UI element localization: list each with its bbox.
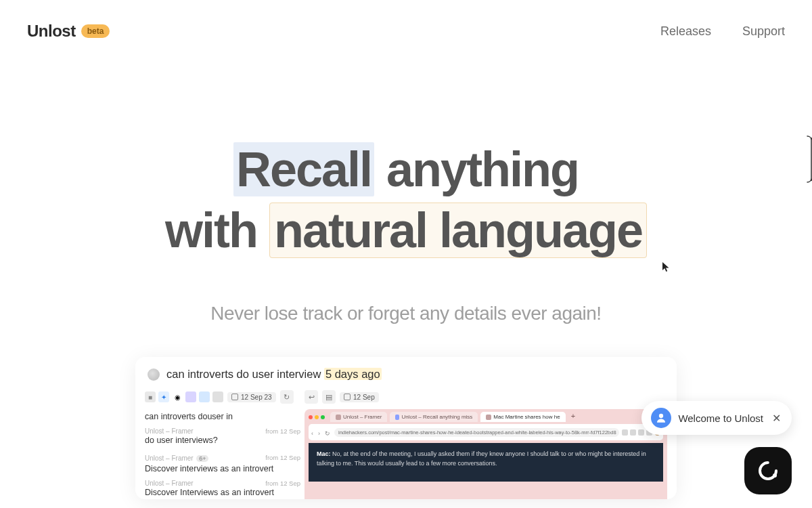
result-source: Unlost – Framer bbox=[145, 480, 194, 487]
app-icon-3[interactable] bbox=[212, 391, 223, 402]
chrome-icon[interactable]: ◉ bbox=[172, 391, 183, 402]
hero-line-1: Recall anything bbox=[0, 139, 812, 200]
svg-point-2 bbox=[773, 473, 777, 478]
hero-word-with: with bbox=[165, 203, 269, 257]
video-icon[interactable]: ■ bbox=[145, 391, 156, 402]
nav-releases[interactable]: Releases bbox=[660, 24, 711, 39]
demo-screenshot: can introverts do user interview 5 days … bbox=[135, 357, 677, 499]
search-query: can introverts do user interview 5 days … bbox=[166, 368, 382, 381]
preview-panel: ↩ ▤ 12 Sep Unlost – Framer Unlost – Reca… bbox=[304, 387, 667, 499]
refresh-button[interactable]: ↻ bbox=[280, 390, 294, 404]
result-item[interactable]: Unlost – Framer from 12 Sep Discover Int… bbox=[145, 478, 300, 499]
nav-support[interactable]: Support bbox=[742, 24, 785, 39]
calendar-icon bbox=[344, 394, 351, 400]
result-date: from 12 Sep bbox=[265, 427, 300, 435]
tab-label: Mac Martine shares how he bbox=[493, 414, 560, 420]
new-tab-button[interactable]: + bbox=[568, 412, 578, 422]
results-panel: ■ ✦ ◉ 12 Sep 23 ↻ can introverts douser … bbox=[145, 387, 300, 499]
result-title: do user interviews? bbox=[145, 436, 300, 445]
hero-word-natural-language: natural language bbox=[269, 203, 647, 258]
browser-tab-strip: Unlost – Framer Unlost – Recall anything… bbox=[309, 412, 663, 424]
calendar-icon bbox=[231, 394, 238, 400]
page-body-text: No, at the end of the meeting, I usually… bbox=[317, 450, 646, 467]
left-toolbar: ■ ✦ ◉ 12 Sep 23 ↻ bbox=[145, 387, 300, 409]
result-item[interactable]: can introverts douser in bbox=[145, 409, 300, 425]
nav-links: Releases Support bbox=[660, 24, 785, 39]
save-button[interactable]: ▤ bbox=[322, 390, 336, 404]
date-filter-right[interactable]: 12 Sep bbox=[340, 392, 379, 402]
browser-tab[interactable]: Unlost – Framer bbox=[330, 412, 387, 422]
hero-line-2: with natural language bbox=[0, 200, 812, 261]
header: Unlost beta Releases Support bbox=[0, 0, 812, 41]
result-source: Unlost – Framer bbox=[145, 454, 194, 462]
date-right-label: 12 Sep bbox=[353, 394, 375, 401]
hero-word-anything: anything bbox=[374, 142, 579, 196]
logo[interactable]: Unlost beta bbox=[27, 22, 110, 41]
search-query-time: 5 days ago bbox=[324, 368, 382, 380]
app-icon bbox=[148, 368, 160, 381]
back-button[interactable]: ↩ bbox=[304, 390, 318, 404]
logo-text: Unlost bbox=[27, 22, 76, 41]
chat-welcome-text: Welcome to Unlost bbox=[678, 412, 763, 424]
app-icon-1[interactable] bbox=[185, 391, 196, 402]
beta-badge: beta bbox=[81, 24, 110, 38]
close-icon[interactable]: ✕ bbox=[770, 412, 782, 425]
tab-label: Unlost – Framer bbox=[343, 414, 382, 420]
result-item[interactable]: Unlost – Framer from 12 Sep do user inte… bbox=[145, 425, 300, 449]
subhead: Never lose track or forget any details e… bbox=[0, 303, 812, 324]
result-title: can introverts douser in bbox=[145, 412, 300, 421]
result-item[interactable]: Unlost – Framer 6+ from 12 Sep Discover … bbox=[145, 449, 300, 478]
search-query-text: can introverts do user interview bbox=[166, 368, 324, 380]
chat-welcome-popup[interactable]: Welcome to Unlost ✕ bbox=[641, 401, 792, 435]
browser-tab[interactable]: Unlost – Recall anything miss bbox=[390, 412, 478, 422]
browser-preview: Unlost – Framer Unlost – Recall anything… bbox=[304, 409, 667, 499]
filter-icons: ■ ✦ ◉ bbox=[145, 391, 223, 402]
page-content: Mac: No, at the end of the meeting, I us… bbox=[309, 443, 663, 482]
avatar-icon bbox=[651, 408, 671, 428]
right-toolbar: ↩ ▤ 12 Sep bbox=[304, 387, 667, 409]
hero: Recall anything with natural language Ne… bbox=[0, 139, 812, 324]
safari-icon[interactable]: ✦ bbox=[158, 391, 169, 402]
tab-label: Unlost – Recall anything miss bbox=[401, 414, 472, 420]
result-count-badge: 6+ bbox=[196, 455, 208, 462]
hero-word-recall: Recall bbox=[233, 142, 374, 196]
browser-tab-active[interactable]: Mac Martine shares how he bbox=[480, 412, 565, 422]
address-bar[interactable]: indiehackers.com/post/mac-martine-shares… bbox=[334, 428, 619, 437]
svg-point-0 bbox=[659, 414, 663, 418]
window-controls bbox=[309, 412, 325, 422]
result-title: Discover Interviews as an introvert bbox=[145, 488, 300, 497]
result-title: Discover interviews as an introvert bbox=[145, 464, 300, 473]
date-left-label: 12 Sep 23 bbox=[241, 394, 272, 401]
chat-launcher-button[interactable] bbox=[744, 447, 792, 494]
cursor-icon bbox=[662, 261, 670, 272]
date-filter-left[interactable]: 12 Sep 23 bbox=[227, 392, 276, 402]
speaker-label: Mac: bbox=[317, 450, 331, 457]
result-source: Unlost – Framer bbox=[145, 427, 194, 435]
nav-buttons: ‹›↻ bbox=[311, 426, 332, 438]
search-row: can introverts do user interview 5 days … bbox=[145, 364, 667, 387]
result-date: from 12 Sep bbox=[265, 454, 300, 461]
address-bar-row: ‹›↻ indiehackers.com/post/mac-martine-sh… bbox=[309, 424, 663, 440]
result-date: from 12 Sep bbox=[265, 480, 300, 487]
app-icon-2[interactable] bbox=[199, 391, 210, 402]
text-cursor-icon bbox=[805, 135, 812, 184]
